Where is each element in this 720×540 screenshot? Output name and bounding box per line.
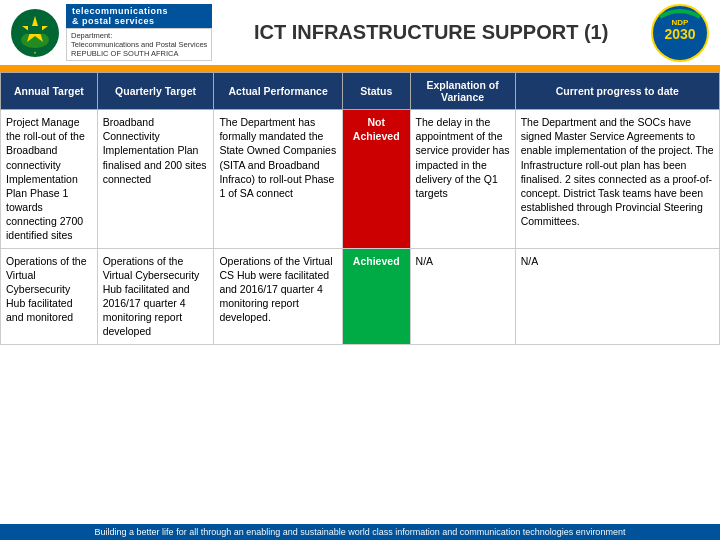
cell-progress: N/A bbox=[515, 248, 719, 344]
col-header-actual: Actual Performance bbox=[214, 73, 342, 110]
coat-of-arms-icon: ♦ bbox=[10, 8, 60, 58]
col-header-quarterly: Quarterly Target bbox=[97, 73, 214, 110]
dept-name-top: telecommunications & postal services bbox=[66, 4, 212, 28]
page-title: ICT INFRASTRUCTURE SUPPORT (1) bbox=[212, 21, 650, 44]
cell-explanation: N/A bbox=[410, 248, 515, 344]
header-right: NDP 2030 bbox=[650, 3, 710, 63]
cell-status: Achieved bbox=[342, 248, 410, 344]
cell-annual: Operations of the Virtual Cybersecurity … bbox=[1, 248, 98, 344]
svg-text:2030: 2030 bbox=[664, 26, 695, 42]
dept-name-bottom: Department: Telecommunications and Posta… bbox=[66, 28, 212, 61]
table-header-row: Annual Target Quarterly Target Actual Pe… bbox=[1, 73, 720, 110]
footer-text: Building a better life for all through a… bbox=[95, 527, 626, 537]
footer: Building a better life for all through a… bbox=[0, 524, 720, 540]
svg-rect-3 bbox=[28, 26, 42, 34]
cell-quarterly: Operations of the Virtual Cybersecurity … bbox=[97, 248, 214, 344]
cell-annual: Project Manage the roll-out of the Broad… bbox=[1, 110, 98, 249]
table-row: Project Manage the roll-out of the Broad… bbox=[1, 110, 720, 249]
cell-quarterly: Broadband Connectivity Implementation Pl… bbox=[97, 110, 214, 249]
col-header-progress: Current progress to date bbox=[515, 73, 719, 110]
cell-actual: The Department has formally mandated the… bbox=[214, 110, 342, 249]
cell-status: Not Achieved bbox=[342, 110, 410, 249]
cell-progress: The Department and the SOCs have signed … bbox=[515, 110, 719, 249]
main-table: Annual Target Quarterly Target Actual Pe… bbox=[0, 72, 720, 345]
table-row: Operations of the Virtual Cybersecurity … bbox=[1, 248, 720, 344]
svg-text:♦: ♦ bbox=[34, 50, 36, 55]
col-header-annual: Annual Target bbox=[1, 73, 98, 110]
cell-explanation: The delay in the appointment of the serv… bbox=[410, 110, 515, 249]
col-header-status: Status bbox=[342, 73, 410, 110]
cell-actual: Operations of the Virtual CS Hub were fa… bbox=[214, 248, 342, 344]
ndp-badge-icon: NDP 2030 bbox=[650, 3, 710, 63]
header-left: ♦ telecommunications & postal services D… bbox=[10, 4, 212, 61]
department-logo: telecommunications & postal services Dep… bbox=[66, 4, 212, 61]
col-header-explanation: Explanation of Variance bbox=[410, 73, 515, 110]
page-header: ♦ telecommunications & postal services D… bbox=[0, 0, 720, 68]
